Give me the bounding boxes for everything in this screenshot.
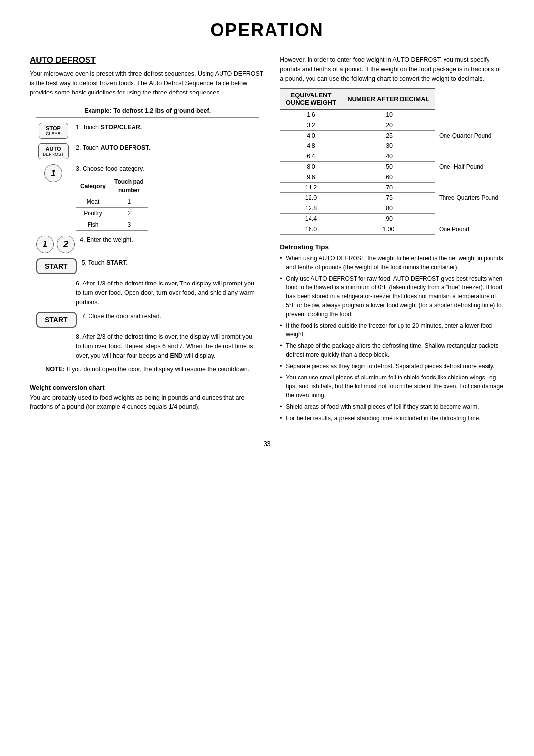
equiv-note: One Pound [435,224,504,235]
equiv-oz: 9.6 [280,172,342,183]
step-4-row: 1 2 4. Enter the weight. [36,236,259,253]
right-column: However, in order to enter food weight i… [280,55,504,425]
step-3-row: 1 3. Choose food category. Category Touc… [36,164,259,231]
auto-defrost-intro: Your microwave oven is preset with three… [30,69,265,97]
defrost-label: DEFROST [43,152,64,157]
step-6-text: 6. After 1/3 of the defrost time is over… [76,279,259,307]
equiv-dec: .60 [342,172,435,183]
equiv-oz: 14.4 [280,214,342,224]
equiv-oz: 12.0 [280,193,342,203]
equiv-oz: 1.6 [280,110,342,120]
tip-item: Only use AUTO DEFROST for raw food. AUTO… [280,274,504,319]
weight-conversion-title: Weight conversion chart [30,384,265,391]
tip-item: The shape of the package alters the defr… [280,341,504,359]
defrosting-tips-section: Defrosting Tips When using AUTO DEFROST,… [280,243,504,423]
step-2-text: 2. Touch AUTO DEFROST. [76,143,259,153]
equiv-dec: .10 [342,110,435,120]
weight-conversion-text: You are probably used to food weights as… [30,393,265,412]
equiv-note: Three-Quarters Pound [435,193,504,203]
equiv-note [435,141,504,151]
equiv-oz: 6.4 [280,151,342,162]
page-number: 33 [30,440,504,448]
step-2-row: AUTO DEFROST 2. Touch AUTO DEFROST. [36,143,259,159]
cat-fish: Fish [76,219,110,231]
step-4-buttons: 1 2 [36,236,75,253]
auto-defrost-button: AUTO DEFROST [38,143,68,159]
start-button-2: START [36,312,77,328]
cat-poultry: Poultry [76,208,110,219]
step-7-text: 7. Close the door and restart. [82,312,259,321]
step-3-button: 1 [36,164,71,182]
right-intro: However, in order to enter food weight i… [280,55,504,83]
tip-item: If the food is stored outside the freeze… [280,321,504,339]
equiv-oz: 11.2 [280,183,342,193]
equiv-oz: 3.2 [280,120,342,131]
equiv-dec: .20 [342,120,435,131]
step-5-row: START 5. Touch START. [36,258,259,274]
equiv-oz: 8.0 [280,162,342,172]
defrosting-tips-title: Defrosting Tips [280,243,504,251]
number-2-btn: 2 [57,236,75,253]
clear-label: CLEAR [43,131,64,136]
equiv-oz: 16.0 [280,224,342,235]
category-table: Category Touch padnumber Meat 1 Poultry … [76,176,148,231]
equiv-note: One- Half Pound [435,162,504,172]
equiv-dec: .50 [342,162,435,172]
left-column: AUTO DEFROST Your microwave oven is pres… [30,55,265,425]
equiv-dec: .25 [342,131,435,141]
auto-label: AUTO [43,146,64,152]
stop-clear-button: STOP CLEAR [39,123,68,139]
equiv-note [435,120,504,131]
equiv-table: EQUIVALENTOUNCE WEIGHT NUMBER AFTER DECI… [280,88,504,235]
equiv-dec: .90 [342,214,435,224]
equiv-dec: .70 [342,183,435,193]
example-box: Example: To defrost 1.2 lbs of ground be… [30,102,265,378]
equiv-note [435,151,504,162]
equiv-oz: 4.0 [280,131,342,141]
tip-item: Shield areas of food with small pieces o… [280,402,504,411]
step-2-button: AUTO DEFROST [36,143,71,159]
step-1-button: STOP CLEAR [36,123,71,139]
page-title: OPERATION [30,20,504,41]
equiv-note [435,183,504,193]
equiv-oz: 12.8 [280,203,342,214]
equiv-note [435,172,504,183]
step-4-text: 4. Enter the weight. [80,236,259,245]
equiv-note [435,110,504,120]
step-3-text: 3. Choose food category. Category Touch … [76,164,259,231]
equiv-dec: 1.00 [342,224,435,235]
tip-item: When using AUTO DEFROST, the weight to b… [280,254,504,272]
number-buttons-row: 1 2 [36,236,75,253]
touchpad-col-header: Touch padnumber [110,176,148,196]
equiv-dec: .80 [342,203,435,214]
note-text: NOTE: If you do not open the door, the d… [36,366,259,373]
step-7-row: START 7. Close the door and restart. [36,312,259,328]
tip-item: For better results, a preset standing ti… [280,414,504,423]
step-8-text: 8. After 2/3 of the defrost time is over… [76,332,259,360]
weight-conversion-section: Weight conversion chart You are probably… [30,384,265,412]
equiv-col2-header: NUMBER AFTER DECIMAL [342,89,435,110]
tips-list: When using AUTO DEFROST, the weight to b… [280,254,504,423]
start-button-1: START [36,258,77,274]
section-title-auto-defrost: AUTO DEFROST [30,55,265,65]
cat-meat: Meat [76,196,110,208]
step-1-text: 1. Touch STOP/CLEAR. [76,123,259,132]
number-1-btn: 1 [36,236,54,253]
step-5-button: START [36,258,77,274]
stop-label: STOP [43,125,64,131]
equiv-note: One-Quarter Pound [435,131,504,141]
equiv-dec: .75 [342,193,435,203]
cat-poultry-num: 2 [110,208,148,219]
number-1-label: 1 [51,168,56,179]
step-8-row: 8. After 2/3 of the defrost time is over… [36,332,259,360]
equiv-dec: .40 [342,151,435,162]
equiv-note [435,214,504,224]
equiv-dec: .30 [342,141,435,151]
tip-item: Separate pieces as they begin to defrost… [280,362,504,371]
step-1-row: STOP CLEAR 1. Touch STOP/CLEAR. [36,123,259,139]
equiv-oz: 4.8 [280,141,342,151]
example-header: Example: To defrost 1.2 lbs of ground be… [36,107,259,118]
step-6-row: 6. After 1/3 of the defrost time is over… [36,279,259,307]
equiv-note [435,203,504,214]
step-7-button: START [36,312,77,328]
